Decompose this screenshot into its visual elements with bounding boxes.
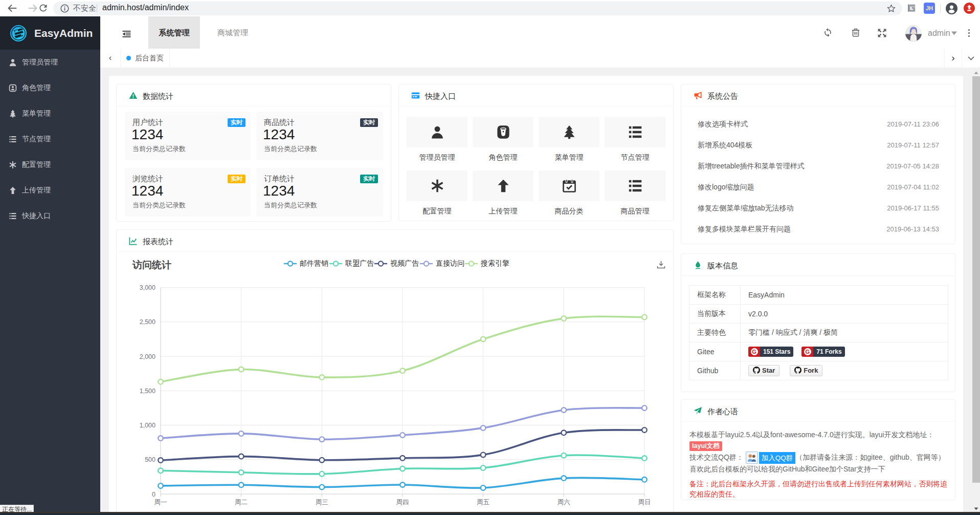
svg-text:周三: 周三: [316, 499, 328, 506]
svg-text:500: 500: [145, 456, 155, 463]
svg-text:周五: 周五: [477, 499, 489, 506]
svg-text:0: 0: [152, 491, 155, 498]
svg-text:3,000: 3,000: [140, 284, 155, 291]
svg-text:周六: 周六: [558, 499, 570, 506]
svg-text:周四: 周四: [396, 499, 409, 506]
svg-text:2,500: 2,500: [140, 318, 155, 326]
svg-text:2,000: 2,000: [140, 353, 155, 360]
svg-text:周日: 周日: [638, 499, 651, 506]
svg-text:1,500: 1,500: [140, 388, 155, 395]
svg-text:周一: 周一: [154, 499, 167, 506]
svg-text:周二: 周二: [235, 499, 248, 506]
svg-text:1,000: 1,000: [140, 422, 155, 429]
